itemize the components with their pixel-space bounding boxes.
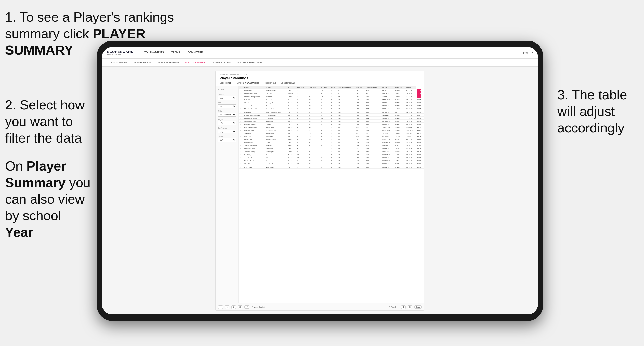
table-row[interactable]: 19Tiger ChristensenArizonaThird5232069.2…: [239, 144, 424, 147]
table-row[interactable]: 8Mats EgeEast Tennessee StateFifth124206…: [239, 110, 424, 114]
header-sign-out[interactable]: | Sign out: [523, 51, 533, 54]
nav-teams[interactable]: TEAMS: [168, 50, 183, 56]
table-row[interactable]: 22Ian GilliganFloridaThird10241068.7-0.8…: [239, 153, 424, 156]
paste-btn[interactable]: ⊞: [238, 305, 242, 309]
table-cell: 412-179-38: [381, 129, 394, 132]
sub-nav-team-h2h-grid[interactable]: TEAM H2H GRID: [131, 60, 153, 65]
undo-btn[interactable]: ↩: [218, 305, 223, 309]
table-cell: 9: [296, 138, 308, 141]
gender-select[interactable]: Men: [218, 96, 236, 100]
layout-btn[interactable]: ⊞: [408, 305, 412, 309]
sub-nav-player-h2h-grid[interactable]: PLAYER H2H GRID: [209, 60, 234, 65]
table-cell: 22: [308, 129, 320, 132]
table-row[interactable]: 11Gordon SargentVanderbiltThird4210068.7…: [239, 120, 424, 123]
copy-btn[interactable]: ⧉: [231, 305, 236, 309]
sub-nav-team-summary[interactable]: TEAM SUMMARY: [107, 60, 130, 65]
table-row[interactable]: 15Jake HallTennesseeFifth7180068.5-1.51.…: [239, 132, 424, 135]
table-row[interactable]: 13Phichaksn MaichonTexas A&MThird6301069…: [239, 126, 424, 129]
table-cell: 11: [239, 120, 243, 123]
table-cell: 14-26-1: [394, 153, 405, 156]
table-cell: Third: [287, 153, 296, 156]
table-cell: -2.0: [355, 104, 365, 107]
table-cell: -1.5: [355, 132, 365, 135]
table-cell: 68.8: [337, 147, 355, 150]
table-cell: 24: [308, 114, 320, 117]
redo-btn[interactable]: ↪: [225, 305, 229, 309]
sub-nav-player-h2h-heatmap[interactable]: PLAYER H2H HEATMAP: [235, 60, 264, 65]
table-cell: 2: [320, 144, 330, 147]
table-cell: 1.43: [365, 153, 381, 156]
table-row[interactable]: 24Bastian AmatNew MexicoFourth1272069.4-…: [239, 159, 424, 162]
player-select[interactable]: (All): [218, 138, 236, 142]
table-row[interactable]: 6Jackson KoivunAuburnFirst1272067.3-2.02…: [239, 104, 424, 107]
region-select[interactable]: N/A: [218, 121, 236, 125]
table-row[interactable]: 12Brendan ValdesAuburnFifth5170068.4-1.1…: [239, 123, 424, 126]
table-cell: Nicholas Gabrelcik: [243, 107, 265, 110]
table-cell: Mats Ege: [243, 110, 265, 114]
table-row[interactable]: 5Christo LamprechtGeorgia TechFourth2212…: [239, 101, 424, 104]
table-row[interactable]: 3Michael ThorbjornsenStanfordFourth22180…: [239, 95, 424, 98]
table-cell: 4-18-0: [394, 141, 405, 144]
division-select[interactable]: NCAA Division I: [218, 113, 236, 117]
nav-tournaments[interactable]: TOURNAMENTS: [141, 50, 167, 56]
table-cell: 1: [296, 89, 308, 92]
nav-committee[interactable]: COMMITTEE: [184, 50, 206, 56]
table-row[interactable]: 17David FordNorth CarolinaThird9690069.6…: [239, 138, 424, 141]
table-row[interactable]: 25Cole SherwoodVanderbiltFourth12231068.…: [239, 162, 424, 165]
table-row[interactable]: 10Jacob Skov OlesenArkansasFifth32510068…: [239, 117, 424, 120]
export-btn[interactable]: ⬆: [401, 305, 406, 309]
table-cell: 24: [239, 159, 243, 162]
year-select[interactable]: (All): [218, 104, 236, 108]
panel-toolbar: ↩ ↪ ⧉ ⊞ ⏱ 👁 View: Original 👁 Watch ▼: [216, 303, 424, 310]
table-cell: 3: [296, 114, 308, 117]
table-cell: 68.7: [337, 153, 355, 156]
table-row[interactable]: 4Luke ClatonFlorida StateSecond1272068.2…: [239, 98, 424, 101]
table-row[interactable]: 21Taehoon SongWashingtonFourth4231069.1-…: [239, 150, 424, 153]
table-row[interactable]: 23Jack LundinMissouriFourth11240068.6-2.…: [239, 156, 424, 159]
table-row[interactable]: 7Nicholas GabrelcikNorth FloridaFourth12…: [239, 107, 424, 110]
table-cell: -1.8: [355, 150, 365, 153]
table-cell: 68.2: [337, 98, 355, 101]
slider-row[interactable]: [218, 91, 236, 91]
table-row[interactable]: 9Preston SummerhaysArizona StateThird324…: [239, 114, 424, 117]
table-cell: 69.4: [337, 159, 355, 162]
table-cell: 2: [296, 95, 308, 98]
table-cell: Missouri: [265, 156, 287, 159]
standings-table: # Player School Yr Reg Rank Conf Rank No…: [239, 86, 424, 169]
table-cell: 1: [296, 159, 308, 162]
table-row[interactable]: 16Alex GoffKentuckyFifth8190068.3-1.71.9…: [239, 135, 424, 138]
table-cell: -1.6: [355, 165, 365, 169]
table-cell: Preston Summerhays: [243, 114, 265, 117]
table-cell: 562-82-23: [381, 165, 394, 169]
toolbar-view[interactable]: 👁 View: Original: [251, 306, 265, 308]
conference-select[interactable]: (All): [218, 130, 236, 133]
share-btn[interactable]: Share: [414, 305, 422, 309]
table-cell: 0: [330, 135, 337, 138]
table-cell: 67.3: [337, 104, 355, 107]
table-row[interactable]: 18Luke PowellUCLAFirst4241069.1-1.81.135…: [239, 141, 424, 144]
table-cell: 1: [320, 162, 330, 165]
sub-nav-player-summary[interactable]: PLAYER SUMMARY: [183, 60, 208, 65]
table-row[interactable]: 26Petr HrubyWashingtonFifth7250068.6-1.6…: [239, 165, 424, 169]
timer-btn[interactable]: ⏱: [244, 305, 249, 309]
table-cell: 0: [320, 120, 330, 123]
table-row[interactable]: 1Wenyi DingArizona StateFirst1115167.1-3…: [239, 89, 424, 92]
table-cell: -1.7: [355, 159, 365, 162]
table-cell: Christo Lamprecht: [243, 101, 265, 104]
table-cell: 35-16-4: [405, 92, 416, 95]
table-row[interactable]: 20Matthew RiedelVanderbiltFifth5161068.8…: [239, 147, 424, 150]
table-cell: 68.2: [337, 107, 355, 110]
logo-area: SCOREBOARD Powered by clipp'd: [107, 50, 134, 56]
table-cell: 24-10-4: [405, 107, 416, 110]
table-cell: 30: [308, 126, 320, 129]
table-cell: 21: [308, 120, 320, 123]
table-cell: Jake Hall: [243, 132, 265, 135]
tablet-device: SCOREBOARD Powered by clipp'd TOURNAMENT…: [97, 41, 543, 321]
table-cell: 2: [308, 95, 320, 98]
table-row[interactable]: 2Michael Le SasseOle MissSecond1180167.1…: [239, 92, 424, 95]
table-row[interactable]: 14Maxwell FordNorth CarolinaThird3220069…: [239, 129, 424, 132]
toolbar-watch[interactable]: 👁 Watch ▼: [389, 306, 399, 308]
table-cell: 1: [320, 126, 330, 129]
table-cell: -3.2: [355, 89, 365, 92]
sub-nav-team-h2h-heatmap[interactable]: TEAM H2H HEATMAP: [154, 60, 182, 65]
